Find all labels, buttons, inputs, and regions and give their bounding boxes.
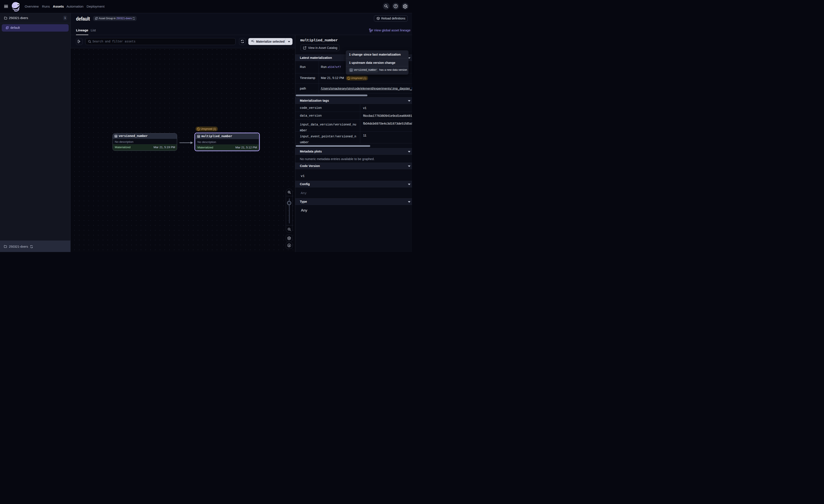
svg-text:?: ? xyxy=(395,5,396,8)
